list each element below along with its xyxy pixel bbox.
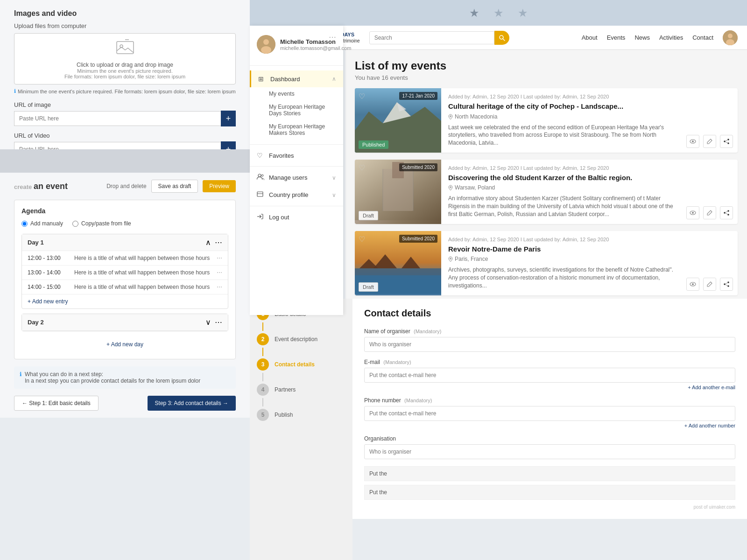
event-description-2: An informative story about Studenten Kar…: [448, 195, 675, 218]
event-card-2: Submitted 2020 ♡ Draft Added by: Admin, …: [355, 160, 738, 224]
day1-dots-icon[interactable]: ⋯: [215, 238, 222, 247]
sidebar-manage-users-label: Manage users: [269, 174, 332, 181]
day1-collapse-icon[interactable]: ∧: [205, 238, 211, 247]
step-row-4: 4 Partners: [257, 384, 345, 396]
events-subtitle: You have 16 events: [355, 74, 738, 81]
svg-point-52: [728, 285, 729, 287]
watermark: post of uimaker.com: [364, 504, 735, 510]
event-body-3: Added by: Admin, 12 Sep 2020 I Last upda…: [441, 231, 682, 295]
step-line-1: [262, 322, 263, 331]
svg-point-36: [728, 210, 729, 211]
nav-activities[interactable]: Activities: [659, 34, 683, 41]
url-video-label: URL of Video: [14, 132, 236, 139]
svg-point-22: [692, 140, 694, 142]
sidebar-user-dots[interactable]: ⋯: [329, 33, 336, 42]
create-event-title: create an event: [14, 182, 68, 191]
add-another-email[interactable]: + Add another e-mail: [364, 385, 735, 390]
star-icon-3: ★: [518, 7, 528, 20]
preview-button[interactable]: Preview: [203, 180, 236, 192]
nav-events[interactable]: Events: [607, 34, 626, 41]
day1-label: Day 1: [28, 239, 44, 246]
url-image-group: URL of image +: [14, 101, 236, 126]
svg-line-54: [725, 284, 727, 286]
url-image-add-button[interactable]: +: [221, 111, 236, 126]
event-title-1: Cultural heritage of the city of Pochep …: [448, 102, 675, 111]
event-view-button-3[interactable]: [686, 278, 699, 291]
add-new-day-button[interactable]: + Add new day: [106, 341, 143, 348]
sidebar-item-label: Dashboard: [270, 76, 332, 83]
day2-dots-icon[interactable]: ⋯: [215, 318, 222, 327]
sidebar-logout-label: Log out: [269, 214, 336, 221]
event-heart-1[interactable]: ♡: [359, 92, 365, 101]
event-description-1: Last week we celebrated the end of the s…: [448, 124, 675, 147]
entry-dots-3[interactable]: ⋯: [217, 284, 222, 290]
nav-about[interactable]: About: [582, 34, 598, 41]
upload-icon: [116, 39, 134, 59]
sidebar-country-label: Country profile: [269, 191, 332, 198]
email-input[interactable]: [364, 368, 735, 383]
sidebar-my-events[interactable]: My events: [250, 87, 343, 100]
event-view-button-1[interactable]: [686, 135, 699, 148]
svg-line-40: [725, 213, 727, 214]
event-edit-button-1[interactable]: [703, 135, 716, 148]
day1-header: Day 1 ∧ ⋯: [22, 234, 228, 251]
organiser-input[interactable]: [364, 337, 735, 352]
drop-delete-button[interactable]: Drop and delete: [106, 183, 146, 189]
event-heart-3[interactable]: ♡: [359, 235, 365, 244]
event-share-button-2[interactable]: [720, 206, 733, 219]
back-button[interactable]: ← Step 1: Edit basic details: [14, 396, 99, 411]
event-edit-button-2[interactable]: [703, 206, 716, 219]
step-row-2: 2 Event description: [257, 333, 345, 345]
radio-copy-paste[interactable]: Copy/paste from file: [72, 220, 131, 227]
entry-time-2: 13:00 - 14:00: [28, 269, 74, 276]
event-meta-1: Added by: Admin, 12 Sep 2020 I Last upda…: [448, 94, 675, 99]
svg-point-24: [724, 140, 726, 142]
event-share-button-3[interactable]: [720, 278, 733, 291]
sidebar-item-dashboard[interactable]: ⊞ Dashboard ∧: [250, 70, 343, 87]
day2-collapse-icon[interactable]: ∨: [205, 318, 211, 327]
nav-user-avatar[interactable]: [723, 30, 738, 45]
chevron-down-manage-icon: ∨: [332, 175, 336, 181]
sidebar-item-favorites[interactable]: ♡ Favorites: [250, 147, 343, 164]
sidebar-ehm-stories[interactable]: My European Heritage Makers Stores: [250, 120, 343, 140]
sidebar-item-country-profile[interactable]: Country profile ∨: [250, 186, 343, 203]
upload-formats: File formats: lorem ipsum dolor, file si…: [64, 74, 185, 79]
event-date-badge-2: Submitted 2020: [399, 163, 437, 171]
event-status-badge-1: Published: [359, 140, 388, 149]
entry-dots-2[interactable]: ⋯: [217, 269, 222, 276]
svg-point-33: [450, 187, 451, 188]
nav-contact[interactable]: Contact: [692, 34, 713, 41]
sidebar-item-manage-users[interactable]: Manage users ∨: [250, 169, 343, 186]
event-body-1: Added by: Admin, 12 Sep 2020 I Last upda…: [441, 88, 682, 153]
radio-add-manually[interactable]: Add manualy: [21, 220, 63, 227]
chevron-up-icon: ∧: [332, 76, 336, 82]
upload-min-text: Minimum the one event's picture required…: [77, 68, 172, 74]
event-heart-2[interactable]: ♡: [359, 163, 365, 172]
event-view-button-2[interactable]: [686, 206, 699, 219]
event-edit-button-3[interactable]: [703, 278, 716, 291]
url-image-input[interactable]: [14, 111, 221, 126]
images-video-panel: Images and video Upload files from compu…: [0, 0, 250, 172]
svg-point-10: [261, 46, 271, 54]
phone-input[interactable]: [364, 406, 735, 421]
organisation-input[interactable]: [364, 444, 735, 459]
next-button[interactable]: Step 3: Add contact details →: [148, 396, 236, 411]
search-button[interactable]: [494, 31, 509, 45]
step-label-3: Contact details: [275, 361, 315, 368]
add-another-number[interactable]: + Add another number: [364, 423, 735, 428]
entry-dots-1[interactable]: ⋯: [217, 255, 222, 261]
table-row: 13:00 - 14:00 Here is a title of what wi…: [22, 266, 228, 280]
upload-dropzone[interactable]: Click to upload or drag and drop image M…: [14, 33, 236, 84]
logout-icon: [257, 213, 265, 221]
add-entry-button[interactable]: + Add new entry: [22, 294, 228, 308]
event-share-button-1[interactable]: [720, 135, 733, 148]
save-draft-button[interactable]: Save as draft: [151, 180, 198, 193]
nav-news[interactable]: News: [634, 34, 650, 41]
step-row-3: 3 Contact details: [257, 358, 345, 371]
sidebar-ehd-stories[interactable]: My European Heritage Days Stories: [250, 100, 343, 120]
dashboard-icon: ⊞: [258, 75, 267, 83]
search-input[interactable]: [369, 31, 494, 44]
sidebar-item-logout[interactable]: Log out: [250, 209, 343, 226]
event-image-1: 17-21 Jan 2020 ♡ Published: [355, 88, 441, 153]
svg-point-50: [728, 281, 729, 283]
